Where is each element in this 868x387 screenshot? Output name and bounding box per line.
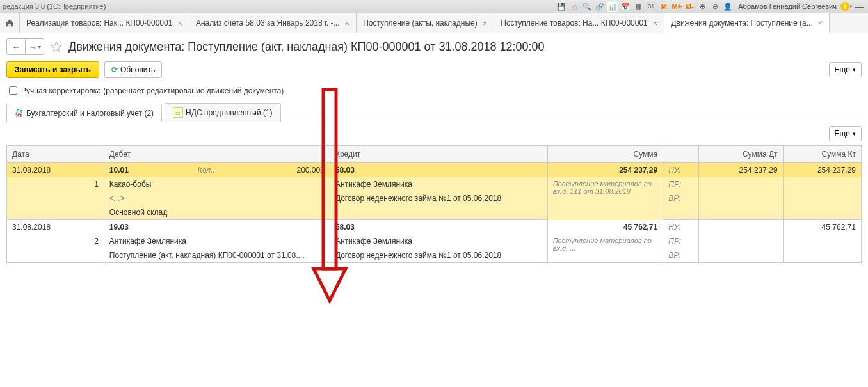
zoom-in-icon[interactable]: ⊕ [697,1,707,12]
cell-debit-sub: <...> [104,191,330,205]
m-plus-icon[interactable]: M+ [671,1,682,12]
cell-debit-sub: Поступление (акт, накладная) КП00-000001… [104,248,330,263]
close-icon[interactable]: × [345,19,350,28]
more-label: Еще [835,65,850,74]
cell-credit-sub: Договор неденежного займа №1 от 05.06.20… [330,191,547,205]
manual-edit-checkbox[interactable] [9,86,17,95]
favorite-icon[interactable] [49,40,63,54]
cell-debit: 10.01 Кол.: 200,000 [104,163,330,178]
cell-type: ВР: [663,191,699,205]
cell-sum-desc: Поступление материалов по вх.д. 111 от 3… [547,177,663,220]
tab-3[interactable]: Поступление товаров: На... КП00-000001 × [494,13,664,33]
cell-debit-sub: Антикафе Земляника [104,234,330,248]
tabbar: Реализация товаров: Нак... КП00-000001 ×… [0,13,868,33]
dtkt-icon: ДтКт [15,109,24,118]
th-sumdt[interactable]: Сумма Дт [698,146,783,163]
entries-table: Дата Дебет Кредит Сумма Сумма Дт Сумма К… [6,145,862,263]
th-sumkt[interactable]: Сумма Кт [783,146,861,163]
nav-back-button[interactable]: ← [6,38,26,55]
cell-debit-sub: Какао-бобы [104,177,330,191]
dropdown-icon[interactable]: ▾ [849,3,853,10]
cell-credit-sub: Антикафе Земляника [330,177,547,191]
preview-icon[interactable]: 🔍 [582,1,592,12]
cell-sum: 45 762,71 [547,220,663,235]
cell-type: ВР: [663,248,699,263]
calendar-icon[interactable]: 📅 [620,1,631,12]
more-button[interactable]: Еще ▾ [829,62,862,77]
link-icon[interactable]: 🔗 [595,1,605,12]
table-row[interactable]: Основной склад [7,205,862,220]
th-type[interactable] [663,146,699,163]
user-icon: 👤 [723,1,733,12]
titlebar: редакция 3.0 (1С:Предприятие) 💾 🖨 🔍 🔗 📊 … [0,0,868,13]
nav-forward-button[interactable]: →▾ [26,38,44,55]
tab-label: Движения документа: Поступление (а... [671,19,812,28]
subtab-nds[interactable]: ▭ НДС предъявленный (1) [165,103,280,122]
home-tab[interactable] [0,13,20,33]
user-name: Абрамов Геннадий Сергеевич [738,3,837,10]
cell-debit: 19.03 [104,220,330,235]
svg-marker-1 [314,269,346,301]
date-icon[interactable]: 31 [646,1,656,12]
cell-type: НУ: [663,163,699,178]
table-row[interactable]: <...> Договор неденежного займа №1 от 05… [7,191,862,205]
cell-credit: 58.03 [330,220,547,235]
tab-label: Поступление товаров: На... КП00-000001 [501,19,647,28]
grid-icon[interactable]: ▦ [633,1,643,12]
info-icon[interactable]: i [840,2,849,11]
table-row[interactable]: 1 Какао-бобы Антикафе Земляника Поступле… [7,177,862,191]
th-date[interactable]: Дата [7,146,104,163]
save-close-button[interactable]: Записать и закрыть [6,61,99,78]
cell-date: 31.08.2018 [7,163,104,178]
manual-edit-label: Ручная корректировка (разрешает редактир… [21,86,284,95]
cell-sumkt: 45 762,71 [783,220,861,235]
chevron-down-icon: ▾ [853,130,856,137]
cell-sum: 254 237,29 [547,163,663,178]
th-sum[interactable]: Сумма [547,146,663,163]
cell-num: 1 [7,177,104,191]
tab-label: Анализ счета 58.03 за Январь 2018 г. -..… [196,19,340,28]
table-row[interactable]: 2 Антикафе Земляника Антикафе Земляника … [7,234,862,248]
tab-2[interactable]: Поступление (акты, накладные) × [357,13,494,33]
minimize-icon[interactable]: — [855,1,865,12]
th-credit[interactable]: Кредит [330,146,547,163]
table-row[interactable]: 31.08.2018 19.03 58.03 45 762,71 НУ: 45 … [7,220,862,235]
close-icon[interactable]: × [653,19,658,28]
close-icon[interactable]: × [177,19,182,28]
close-icon[interactable]: × [483,19,488,28]
table-more-button[interactable]: Еще ▾ [829,126,862,141]
close-icon[interactable]: × [818,18,823,28]
more-label: Еще [835,129,850,138]
m-icon[interactable]: M [659,1,669,12]
save-icon[interactable]: 💾 [556,1,567,12]
th-debit[interactable]: Дебет [104,146,330,163]
zoom-out-icon[interactable]: ⊖ [710,1,720,12]
print-icon[interactable]: 🖨 [569,1,579,12]
cell-sumdt: 254 237,29 [698,163,783,178]
m-minus-icon[interactable]: M- [684,1,695,12]
refresh-button[interactable]: ⟳ Обновить [104,61,162,78]
cell-type: ПР: [663,177,699,191]
calc-icon[interactable]: 📊 [607,1,618,12]
subtab-label: НДС предъявленный (1) [186,108,272,117]
cell-type: ПР: [663,234,699,248]
chevron-down-icon: ▾ [853,67,856,73]
tab-1[interactable]: Анализ счета 58.03 за Январь 2018 г. -..… [189,13,357,33]
table-row[interactable]: Поступление (акт, накладная) КП00-000001… [7,248,862,263]
tab-0[interactable]: Реализация товаров: Нак... КП00-000001 × [20,13,189,33]
tab-4[interactable]: Движения документа: Поступление (а... × [664,13,830,33]
cell-debit-sub: Основной склад [104,205,330,220]
subtab-label: Бухгалтерский и налоговый учет (2) [26,109,154,118]
tab-label: Реализация товаров: Нак... КП00-000001 [26,19,172,28]
cell-sumkt: 254 237,29 [783,163,861,178]
cell-credit: 58.03 [330,163,547,178]
table-header-row: Дата Дебет Кредит Сумма Сумма Дт Сумма К… [7,146,862,163]
subtab-accounting[interactable]: ДтКт Бухгалтерский и налоговый учет (2) [6,104,162,122]
cell-num: 2 [7,234,104,248]
refresh-label: Обновить [120,65,155,74]
cell-credit-sub: Антикафе Земляника [330,234,547,248]
tab-label: Поступление (акты, накладные) [363,19,478,28]
cell-date: 31.08.2018 [7,220,104,235]
table-row[interactable]: 31.08.2018 10.01 Кол.: 200,000 58.03 254… [7,163,862,178]
window-title: редакция 3.0 (1С:Предприятие) [3,3,106,10]
